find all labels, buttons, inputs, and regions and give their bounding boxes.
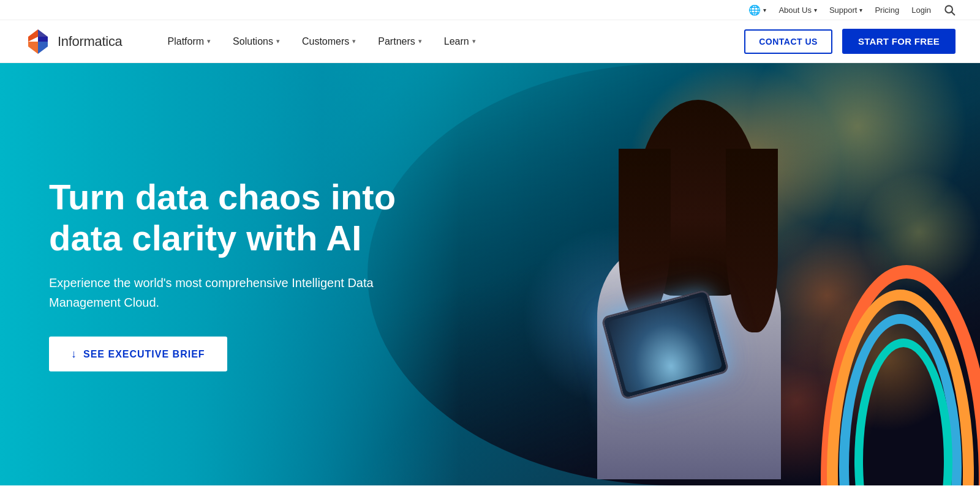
download-icon: ↓ — [71, 348, 77, 361]
executive-brief-button[interactable]: ↓ SEE EXECUTIVE BRIEF — [49, 337, 227, 372]
globe-icon: 🌐 — [748, 4, 761, 16]
svg-marker-3 — [28, 29, 38, 42]
globe-chevron-icon: ▾ — [763, 7, 766, 13]
svg-marker-4 — [28, 42, 38, 54]
learn-chevron-icon: ▾ — [472, 37, 476, 45]
nav-links: Platform ▾ Solutions ▾ Customers ▾ Partn… — [159, 31, 745, 52]
about-us-link[interactable]: About Us ▾ — [778, 6, 816, 15]
svg-line-1 — [952, 12, 955, 15]
svg-marker-6 — [38, 37, 48, 42]
hero-content: Turn data chaos into data clarity with A… — [49, 177, 417, 372]
nav-actions: CONTACT US START FOR FREE — [744, 29, 956, 54]
hero-title: Turn data chaos into data clarity with A… — [49, 177, 417, 258]
nav-platform[interactable]: Platform ▾ — [159, 31, 220, 52]
nav-solutions[interactable]: Solutions ▾ — [224, 31, 288, 52]
hero-subtitle: Experience the world's most comprehensiv… — [49, 273, 417, 312]
login-link[interactable]: Login — [911, 6, 931, 15]
nav-learn[interactable]: Learn ▾ — [435, 31, 484, 52]
hero-decorative-stripes — [882, 241, 980, 485]
contact-us-button[interactable]: CONTACT US — [744, 29, 832, 54]
nav-partners[interactable]: Partners ▾ — [369, 31, 430, 52]
top-bar: 🌐 ▾ About Us ▾ Support ▾ Pricing Login — [0, 0, 980, 20]
customers-chevron-icon: ▾ — [352, 37, 356, 45]
main-nav: Informatica Platform ▾ Solutions ▾ Custo… — [0, 20, 980, 63]
person-hair — [637, 100, 760, 296]
support-chevron-icon: ▾ — [859, 7, 862, 13]
nav-customers[interactable]: Customers ▾ — [293, 31, 364, 52]
platform-chevron-icon: ▾ — [207, 37, 211, 45]
start-for-free-button[interactable]: START FOR FREE — [842, 29, 956, 54]
svg-marker-7 — [38, 42, 48, 54]
partners-chevron-icon: ▾ — [418, 37, 422, 45]
logo-icon — [24, 28, 51, 55]
cta-label: SEE EXECUTIVE BRIEF — [83, 349, 205, 360]
about-chevron-icon: ▾ — [814, 7, 817, 13]
hero-section: Turn data chaos into data clarity with A… — [0, 63, 980, 485]
language-selector[interactable]: 🌐 ▾ — [748, 4, 766, 16]
pricing-link[interactable]: Pricing — [875, 6, 899, 15]
support-link[interactable]: Support ▾ — [829, 6, 863, 15]
solutions-chevron-icon: ▾ — [276, 37, 280, 45]
svg-marker-5 — [38, 29, 48, 37]
logo[interactable]: Informatica — [24, 28, 123, 55]
search-icon[interactable] — [943, 4, 956, 16]
